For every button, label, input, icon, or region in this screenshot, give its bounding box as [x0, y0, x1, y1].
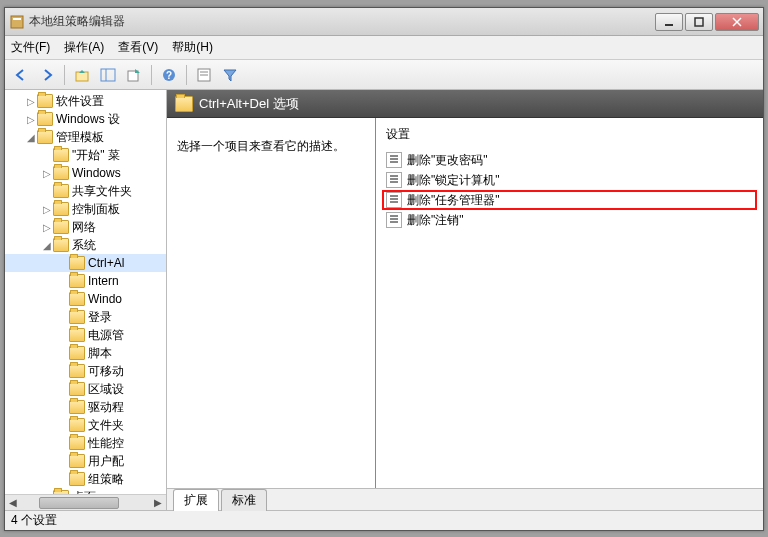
- tree-item[interactable]: ▷控制面板: [5, 200, 166, 218]
- tree-item-label: 系统: [72, 237, 96, 254]
- tree-item[interactable]: Ctrl+Al: [5, 254, 166, 272]
- tree-item[interactable]: 组策略: [5, 470, 166, 488]
- tree-item-label: 用户配: [88, 453, 124, 470]
- tree-item[interactable]: ◢管理模板: [5, 128, 166, 146]
- folder-icon: [37, 130, 53, 144]
- policy-item[interactable]: 删除"任务管理器": [382, 190, 757, 210]
- export-button[interactable]: [122, 63, 146, 87]
- up-button[interactable]: [70, 63, 94, 87]
- maximize-button[interactable]: [685, 13, 713, 31]
- menu-help[interactable]: 帮助(H): [172, 39, 213, 56]
- tree-expander-icon[interactable]: ◢: [25, 132, 37, 143]
- tree-item[interactable]: ▷软件设置: [5, 92, 166, 110]
- app-icon: [9, 14, 25, 30]
- window-controls: [655, 13, 759, 31]
- folder-icon: [69, 256, 85, 270]
- tree-item[interactable]: ▷Windows 设: [5, 110, 166, 128]
- policy-icon: [386, 192, 402, 208]
- menu-file[interactable]: 文件(F): [11, 39, 50, 56]
- tree-item-label: Windo: [88, 292, 122, 306]
- tree-item[interactable]: 文件夹: [5, 416, 166, 434]
- tree-item[interactable]: 驱动程: [5, 398, 166, 416]
- tree-item-label: Windows 设: [56, 111, 120, 128]
- folder-icon: [37, 112, 53, 126]
- menu-action[interactable]: 操作(A): [64, 39, 104, 56]
- content-title: Ctrl+Alt+Del 选项: [199, 95, 299, 113]
- tree-item-label: Windows: [72, 166, 121, 180]
- tree-item[interactable]: 电源管: [5, 326, 166, 344]
- tree-item-label: 共享文件夹: [72, 183, 132, 200]
- policy-icon: [386, 172, 402, 188]
- tree-item[interactable]: 用户配: [5, 452, 166, 470]
- tree-item-label: 性能控: [88, 435, 124, 452]
- tree-expander-icon[interactable]: ▷: [41, 222, 53, 233]
- statusbar: 4 个设置: [5, 510, 763, 530]
- folder-icon: [69, 418, 85, 432]
- tree-item[interactable]: ▷网络: [5, 218, 166, 236]
- window-title: 本地组策略编辑器: [29, 13, 655, 30]
- minimize-button[interactable]: [655, 13, 683, 31]
- tree-expander-icon[interactable]: ▷: [25, 96, 37, 107]
- tree-expander-icon[interactable]: ▷: [25, 114, 37, 125]
- tree-item[interactable]: 区域设: [5, 380, 166, 398]
- status-text: 4 个设置: [11, 512, 57, 529]
- back-button[interactable]: [9, 63, 33, 87]
- help-button[interactable]: ?: [157, 63, 181, 87]
- toolbar-separator: [64, 65, 65, 85]
- tree-expander-icon[interactable]: ◢: [41, 240, 53, 251]
- policy-icon: [386, 152, 402, 168]
- tree-expander-icon[interactable]: ▷: [41, 204, 53, 215]
- properties-button[interactable]: [192, 63, 216, 87]
- tree-item-label: 可移动: [88, 363, 124, 380]
- folder-icon: [69, 382, 85, 396]
- tree-view[interactable]: ▷软件设置▷Windows 设◢管理模板"开始" 菜▷Windows共享文件夹▷…: [5, 90, 166, 494]
- toolbar: ?: [5, 60, 763, 90]
- tab-standard[interactable]: 标准: [221, 489, 267, 511]
- tree-item-label: 文件夹: [88, 417, 124, 434]
- tree-item[interactable]: 登录: [5, 308, 166, 326]
- folder-icon: [37, 94, 53, 108]
- main-body: ▷软件设置▷Windows 设◢管理模板"开始" 菜▷Windows共享文件夹▷…: [5, 90, 763, 510]
- svg-rect-1: [13, 18, 21, 20]
- show-hide-tree-button[interactable]: [96, 63, 120, 87]
- tree-item[interactable]: Windo: [5, 290, 166, 308]
- policy-icon: [386, 212, 402, 228]
- folder-icon: [69, 472, 85, 486]
- tree-item[interactable]: 脚本: [5, 344, 166, 362]
- tree-item[interactable]: "开始" 菜: [5, 146, 166, 164]
- folder-icon: [69, 292, 85, 306]
- tree-item[interactable]: 可移动: [5, 362, 166, 380]
- list-column-header[interactable]: 设置: [376, 118, 763, 146]
- tree-expander-icon[interactable]: ▷: [41, 168, 53, 179]
- folder-icon: [69, 436, 85, 450]
- content-tabs: 扩展 标准: [167, 488, 763, 510]
- settings-list-pane: 设置 删除"更改密码"删除"锁定计算机"删除"任务管理器"删除"注销": [375, 118, 763, 488]
- tree-item-label: Intern: [88, 274, 119, 288]
- policy-label: 删除"注销": [407, 212, 464, 229]
- menubar: 文件(F) 操作(A) 查看(V) 帮助(H): [5, 36, 763, 60]
- tree-item-label: 电源管: [88, 327, 124, 344]
- tree-item[interactable]: 性能控: [5, 434, 166, 452]
- tree-item-label: "开始" 菜: [72, 147, 120, 164]
- close-button[interactable]: [715, 13, 759, 31]
- forward-button[interactable]: [35, 63, 59, 87]
- svg-rect-6: [76, 72, 88, 81]
- tree-item-label: 脚本: [88, 345, 112, 362]
- tree-item[interactable]: 共享文件夹: [5, 182, 166, 200]
- policy-item[interactable]: 删除"锁定计算机": [382, 170, 757, 190]
- tab-extended[interactable]: 扩展: [173, 489, 219, 511]
- folder-icon: [69, 328, 85, 342]
- tree-item[interactable]: ▷Windows: [5, 164, 166, 182]
- filter-button[interactable]: [218, 63, 242, 87]
- svg-rect-7: [101, 69, 115, 81]
- tree-item[interactable]: ◢系统: [5, 236, 166, 254]
- folder-icon: [69, 346, 85, 360]
- menu-view[interactable]: 查看(V): [118, 39, 158, 56]
- policy-item[interactable]: 删除"注销": [382, 210, 757, 230]
- tree-item[interactable]: Intern: [5, 272, 166, 290]
- policy-item[interactable]: 删除"更改密码": [382, 150, 757, 170]
- tree-item-label: Ctrl+Al: [88, 256, 124, 270]
- tree-item-label: 组策略: [88, 471, 124, 488]
- folder-icon: [175, 96, 193, 112]
- tree-horizontal-scrollbar[interactable]: ◀▶: [5, 494, 166, 510]
